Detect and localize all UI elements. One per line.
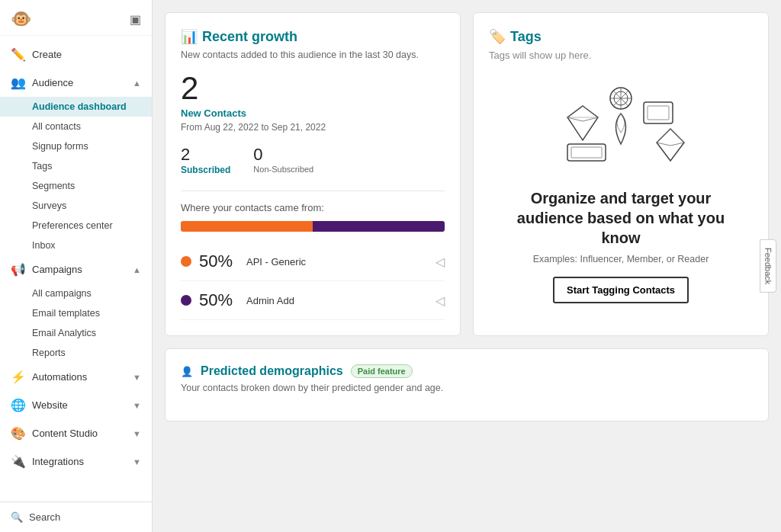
tags-empty-text: Tags will show up here.	[489, 50, 753, 61]
sidebar-header: 🐵 ▣	[0, 0, 152, 36]
sidebar-item-create[interactable]: ✏️ Create	[0, 40, 152, 69]
gems-svg	[545, 83, 697, 175]
non-subscribed-count: 0	[253, 145, 313, 165]
source-row-admin: 50% Admin Add ◁	[181, 281, 445, 320]
sidebar-item-tags[interactable]: Tags	[0, 156, 152, 176]
integrations-icon: 🔌	[11, 454, 26, 469]
audience-sub-nav: Audience dashboard All contacts Signup f…	[0, 97, 152, 255]
collapse-sidebar-button[interactable]: ▣	[130, 12, 141, 27]
sidebar-item-label: Integrations	[32, 456, 84, 467]
sidebar-item-all-contacts[interactable]: All contacts	[0, 117, 152, 136]
source-dot-orange	[181, 256, 191, 267]
predicted-demographics-card: 👤 Predicted demographics Paid feature Yo…	[165, 348, 769, 421]
stats-row: 2 Subscribed 0 Non-Subscribed	[181, 145, 445, 175]
sidebar-item-email-analytics[interactable]: Email Analytics	[0, 323, 152, 343]
automations-icon: ⚡	[11, 370, 26, 384]
sidebar-item-campaigns[interactable]: 📢 Campaigns ▲	[0, 255, 152, 284]
sidebar-item-surveys[interactable]: Surveys	[0, 196, 152, 216]
sidebar-item-integrations[interactable]: 🔌 Integrations ▼	[0, 447, 152, 476]
sidebar: 🐵 ▣ ✏️ Create 👥 Audience ▲ Audience dash…	[0, 0, 153, 532]
source-pct-admin: 50%	[199, 290, 239, 310]
sidebar-item-signup-forms[interactable]: Signup forms	[0, 136, 152, 156]
recent-growth-title-link[interactable]: 📊 Recent growth	[181, 28, 445, 45]
sidebar-item-email-templates[interactable]: Email templates	[0, 303, 152, 323]
source-name-admin: Admin Add	[246, 295, 428, 306]
tags-illustration: Organize and target your audience based …	[489, 73, 753, 320]
bar-purple	[313, 221, 445, 232]
sidebar-item-preferences-center[interactable]: Preferences center	[0, 216, 152, 236]
chevron-down-icon: ▼	[133, 401, 141, 410]
svg-rect-10	[648, 106, 669, 120]
sidebar-item-segments[interactable]: Segments	[0, 176, 152, 196]
date-range: From Aug 22, 2022 to Sep 21, 2022	[181, 122, 445, 133]
campaigns-sub-nav: All campaigns Email templates Email Anal…	[0, 284, 152, 363]
campaigns-icon: 📢	[11, 262, 26, 277]
sidebar-item-audience-dashboard[interactable]: Audience dashboard	[0, 97, 152, 117]
sidebar-item-label: Campaigns	[32, 264, 82, 275]
bar-orange	[181, 221, 313, 232]
audience-icon: 👥	[11, 75, 26, 90]
sidebar-item-content-studio[interactable]: 🎨 Content Studio ▼	[0, 419, 152, 447]
feedback-tab[interactable]: Feedback	[760, 239, 776, 293]
svg-marker-6	[567, 106, 598, 140]
content-studio-icon: 🎨	[11, 426, 26, 441]
chevron-down-icon: ▼	[133, 457, 141, 466]
svg-marker-7	[567, 106, 598, 121]
source-dot-purple	[181, 295, 191, 306]
sidebar-item-automations[interactable]: ⚡ Automations ▼	[0, 363, 152, 391]
predicted-demographics-title-link[interactable]: Predicted demographics	[201, 364, 343, 378]
source-row-api: 50% API - Generic ◁	[181, 242, 445, 281]
start-tagging-button[interactable]: Start Tagging Contacts	[553, 277, 689, 303]
big-number: 2	[181, 72, 445, 104]
subscribed-stat: 2 Subscribed	[181, 145, 230, 175]
search-icon: 🔍	[11, 511, 23, 523]
predicted-demographics-subtitle: Your contacts broken down by their predi…	[181, 383, 753, 393]
svg-rect-14	[571, 147, 602, 158]
main-content: 📊 Recent growth New contacts added to th…	[153, 0, 781, 532]
send-icon-admin[interactable]: ◁	[435, 293, 445, 308]
create-icon: ✏️	[11, 47, 26, 62]
svg-marker-12	[657, 129, 684, 146]
sidebar-item-inbox[interactable]: Inbox	[0, 236, 152, 255]
svg-rect-9	[644, 102, 673, 123]
sidebar-item-audience[interactable]: 👥 Audience ▲	[0, 69, 152, 97]
non-subscribed-label: Non-Subscribed	[253, 165, 313, 174]
sidebar-item-label: Content Studio	[32, 428, 98, 439]
sidebar-item-label: Create	[32, 49, 62, 60]
tags-card: 🏷️ Tags Tags will show up here.	[473, 12, 769, 336]
tag-icon: 🏷️	[489, 28, 506, 45]
sidebar-item-label: Automations	[32, 371, 87, 383]
logo-icon: 🐵	[11, 9, 31, 29]
non-subscribed-stat: 0 Non-Subscribed	[253, 145, 313, 175]
svg-marker-11	[657, 129, 684, 161]
svg-rect-13	[567, 144, 606, 161]
tags-cta-title: Organize and target your audience based …	[504, 188, 738, 248]
sources-bar	[181, 221, 445, 232]
contacts-from-label: Where your contacts came from:	[181, 202, 445, 213]
tags-cta-subtitle: Examples: Influencer, Member, or Reader	[533, 254, 709, 264]
send-icon-api[interactable]: ◁	[435, 255, 445, 269]
tags-title-link[interactable]: 🏷️ Tags	[489, 28, 753, 45]
chevron-up-icon: ▲	[133, 79, 141, 88]
recent-growth-subtitle: New contacts added to this audience in t…	[181, 50, 445, 60]
source-name-api: API - Generic	[246, 256, 428, 268]
website-icon: 🌐	[11, 398, 26, 412]
sidebar-item-all-campaigns[interactable]: All campaigns	[0, 284, 152, 303]
search-label: Search	[29, 511, 60, 523]
sidebar-item-label: Website	[32, 399, 68, 411]
subscribed-count: 2	[181, 145, 230, 165]
sidebar-item-website[interactable]: 🌐 Website ▼	[0, 391, 152, 419]
sidebar-item-reports[interactable]: Reports	[0, 343, 152, 363]
chevron-down-icon: ▼	[133, 373, 141, 382]
chevron-up-icon: ▲	[133, 265, 141, 274]
paid-feature-badge: Paid feature	[351, 364, 413, 378]
predicted-demographics-header: 👤 Predicted demographics Paid feature	[181, 364, 753, 378]
source-pct-api: 50%	[199, 252, 239, 271]
sidebar-nav: ✏️ Create 👥 Audience ▲ Audience dashboar…	[0, 36, 152, 502]
person-icon: 👤	[181, 366, 193, 377]
recent-growth-card: 📊 Recent growth New contacts added to th…	[165, 12, 461, 336]
search-button[interactable]: 🔍 Search	[0, 502, 152, 532]
sidebar-item-label: Audience	[32, 77, 73, 88]
new-contacts-label: New Contacts	[181, 107, 445, 119]
top-row: 📊 Recent growth New contacts added to th…	[165, 12, 769, 336]
